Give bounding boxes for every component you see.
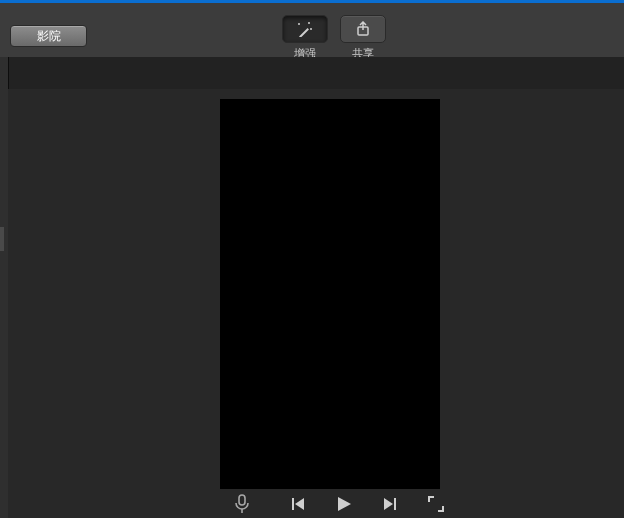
playback-bar — [8, 490, 624, 518]
wand-icon — [295, 21, 315, 37]
svg-rect-28 — [292, 498, 294, 510]
viewer-area — [8, 89, 624, 518]
fullscreen-icon — [427, 495, 445, 513]
sidebar-handle[interactable] — [0, 227, 4, 251]
next-button[interactable] — [378, 492, 402, 516]
theater-button[interactable]: 影院 — [10, 25, 87, 47]
svg-point-2 — [308, 22, 310, 24]
video-preview[interactable] — [220, 99, 440, 489]
enhance-item: 增强 — [282, 15, 328, 61]
svg-rect-29 — [394, 498, 396, 510]
play-button[interactable] — [332, 492, 356, 516]
share-item: 共享 — [340, 15, 386, 61]
play-icon — [335, 495, 353, 513]
previous-button[interactable] — [286, 492, 310, 516]
fullscreen-button[interactable] — [424, 492, 448, 516]
adjustments-toolbar: 全部还原 — [0, 57, 624, 90]
share-icon — [355, 21, 371, 37]
voiceover-record-button[interactable] — [230, 492, 254, 516]
svg-point-1 — [298, 23, 300, 25]
top-action-group: 增强 共享 — [282, 15, 386, 61]
top-toolbar: 影院 增强 共享 — [0, 3, 624, 58]
theater-label: 影院 — [37, 28, 61, 45]
svg-rect-0 — [299, 28, 309, 37]
share-button[interactable] — [340, 15, 386, 43]
svg-point-3 — [310, 28, 312, 30]
next-icon — [382, 496, 398, 512]
previous-icon — [290, 496, 306, 512]
microphone-icon — [234, 494, 250, 514]
transport-controls — [286, 492, 402, 516]
svg-rect-26 — [239, 495, 245, 505]
enhance-button[interactable] — [282, 15, 328, 43]
